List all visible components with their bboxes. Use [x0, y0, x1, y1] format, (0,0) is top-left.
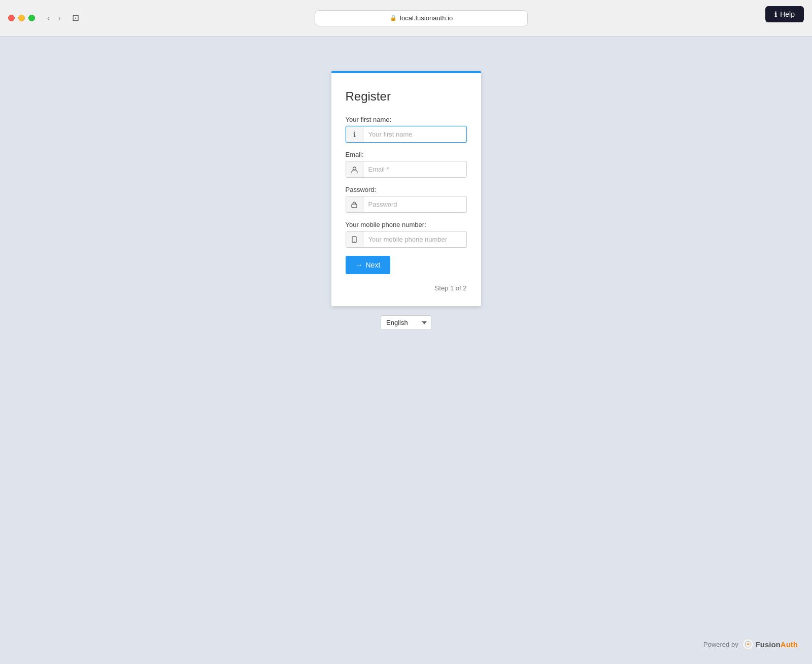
- address-bar[interactable]: 🔒 local.fusionauth.io: [315, 10, 528, 26]
- password-group: Password:: [346, 186, 467, 213]
- first-name-icon: ℹ: [346, 126, 363, 142]
- email-label: Email:: [346, 151, 467, 158]
- page-content: Register Your first name: ℹ Email:: [0, 37, 812, 664]
- help-label: Help: [780, 10, 795, 18]
- minimize-window-button[interactable]: [18, 15, 25, 21]
- nav-buttons: ‹ ›: [44, 12, 64, 25]
- brand-fusion: Fusion: [756, 640, 781, 649]
- password-label: Password:: [346, 186, 467, 193]
- browser-chrome: ‹ › ⊡ 🔒 local.fusionauth.io ⬆ ⧉ + ℹ Help: [0, 0, 812, 37]
- close-window-button[interactable]: [8, 15, 15, 21]
- page-footer: Powered by FusionAuth: [703, 639, 798, 650]
- lock-icon: [346, 196, 363, 212]
- email-input[interactable]: [363, 161, 466, 177]
- back-button[interactable]: ‹: [44, 12, 53, 25]
- register-card: Register Your first name: ℹ Email:: [331, 71, 481, 306]
- url-text: local.fusionauth.io: [400, 14, 453, 22]
- step-indicator: Step 1 of 2: [346, 284, 467, 292]
- email-group: Email:: [346, 151, 467, 178]
- mobile-input[interactable]: [363, 231, 466, 247]
- maximize-window-button[interactable]: [28, 15, 35, 21]
- email-icon: [346, 161, 363, 177]
- language-select[interactable]: English French German Spanish: [381, 315, 431, 330]
- address-bar-container: 🔒 local.fusionauth.io: [87, 10, 756, 26]
- powered-by-text: Powered by: [703, 641, 738, 648]
- mobile-input-wrapper: [346, 231, 467, 248]
- first-name-input-wrapper: ℹ: [346, 126, 467, 143]
- brand-auth: Auth: [781, 640, 798, 649]
- fusionauth-logo-icon: [742, 639, 754, 650]
- fusionauth-logo: FusionAuth: [742, 639, 798, 650]
- forward-button[interactable]: ›: [55, 12, 63, 25]
- help-button[interactable]: ℹ Help: [765, 6, 804, 22]
- next-arrow-icon: →: [356, 261, 363, 269]
- next-button-label: Next: [366, 261, 381, 269]
- first-name-input[interactable]: [363, 126, 466, 142]
- password-input-wrapper: [346, 196, 467, 213]
- traffic-lights: [8, 15, 35, 21]
- sidebar-toggle-button[interactable]: ⊡: [69, 11, 82, 25]
- first-name-label: Your first name:: [346, 116, 467, 123]
- svg-point-3: [354, 241, 355, 242]
- lock-icon: 🔒: [390, 15, 397, 21]
- first-name-group: Your first name: ℹ: [346, 116, 467, 143]
- register-title: Register: [346, 89, 467, 104]
- mobile-icon: [346, 231, 363, 247]
- brand-text: FusionAuth: [756, 640, 798, 649]
- password-input[interactable]: [363, 196, 466, 212]
- svg-rect-1: [352, 204, 357, 208]
- next-button[interactable]: → Next: [346, 256, 391, 274]
- language-selector-container: English French German Spanish: [381, 315, 431, 330]
- email-input-wrapper: [346, 161, 467, 178]
- help-icon: ℹ: [774, 10, 777, 18]
- mobile-label: Your mobile phone number:: [346, 221, 467, 228]
- mobile-group: Your mobile phone number:: [346, 221, 467, 248]
